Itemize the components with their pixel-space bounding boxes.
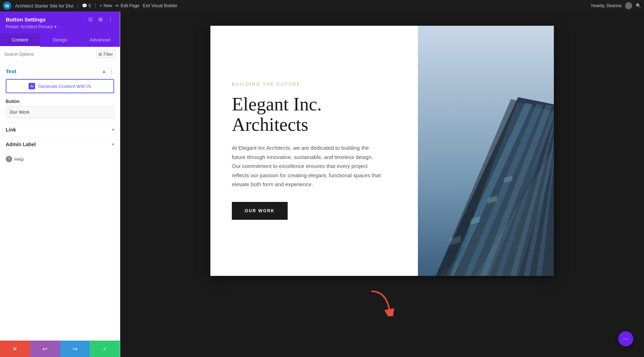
chevron-down-icon: ▾ bbox=[54, 24, 57, 29]
redo-icon: ↪ bbox=[73, 346, 77, 352]
panel-tabs: Content Design Advanced bbox=[0, 34, 120, 47]
collapse-icon[interactable]: ▲ bbox=[102, 69, 106, 74]
admin-bar-left: W Architect Starter Site for Divi | 💬 0 … bbox=[3, 1, 177, 10]
admin-label-section: Admin Label ▾ bbox=[0, 137, 120, 152]
page-main-title: Elegant Inc. Architects bbox=[232, 94, 400, 135]
fullscreen-icon[interactable]: ⊡ bbox=[87, 16, 94, 23]
button-field-input[interactable] bbox=[6, 106, 114, 118]
building-image bbox=[418, 26, 554, 276]
save-button[interactable]: ✓ bbox=[90, 341, 120, 357]
wordpress-logo-icon[interactable]: W bbox=[3, 1, 11, 10]
undo-button[interactable]: ↩ bbox=[30, 341, 60, 357]
panel-title: Button Settings bbox=[6, 16, 46, 23]
cta-button[interactable]: OUR WORK bbox=[232, 202, 288, 220]
ai-icon: AI bbox=[29, 83, 35, 89]
filter-icon: ⊞ bbox=[98, 52, 102, 57]
comment-button[interactable]: 💬 0 bbox=[82, 3, 91, 8]
admin-bar: W Architect Starter Site for Divi | 💬 0 … bbox=[0, 0, 644, 11]
page-description: At Elegant Inc Architects, we are dedica… bbox=[232, 143, 382, 189]
page-canvas: BUILDING THE FUTURE Elegant Inc. Archite… bbox=[210, 26, 554, 276]
close-button[interactable]: ✕ bbox=[0, 341, 30, 357]
help-section: ? Help bbox=[0, 152, 120, 167]
link-section-header[interactable]: Link ▾ bbox=[6, 127, 114, 133]
button-field-label: Button bbox=[6, 99, 114, 104]
link-section: Link ▾ bbox=[0, 122, 120, 137]
section-menu-icon[interactable]: ⋮ bbox=[108, 68, 114, 75]
columns-icon[interactable]: ⊞ bbox=[97, 16, 104, 23]
floating-menu-button[interactable]: ··· bbox=[618, 331, 633, 346]
preset-label: Preset: Architect Primary bbox=[6, 24, 53, 29]
left-panel: Button Settings ⊡ ⊞ ⋮ Preset: Architect … bbox=[0, 11, 120, 357]
generate-ai-button[interactable]: AI Generate Content With AI bbox=[6, 79, 114, 93]
generate-ai-label: Generate Content With AI bbox=[38, 84, 91, 89]
preset-selector[interactable]: Preset: Architect Primary ▾ bbox=[6, 24, 114, 29]
avatar bbox=[625, 2, 632, 9]
tab-design[interactable]: Design bbox=[40, 34, 80, 47]
redo-button[interactable]: ↪ bbox=[60, 341, 90, 357]
more-options-icon[interactable]: ⋮ bbox=[107, 16, 114, 23]
panel-content: Text ▲ ⋮ AI Generate Content With AI But… bbox=[0, 62, 120, 341]
tab-advanced[interactable]: Advanced bbox=[80, 34, 120, 47]
dots-icon: ··· bbox=[623, 335, 628, 343]
new-button[interactable]: + New bbox=[99, 3, 112, 8]
pencil-icon: ✏ bbox=[116, 3, 119, 8]
bottom-toolbar: ✕ ↩ ↪ ✓ bbox=[0, 341, 120, 357]
undo-icon: ↩ bbox=[43, 346, 47, 352]
edit-page-button[interactable]: ✏ Edit Page bbox=[116, 3, 139, 8]
button-field-group: Button bbox=[0, 98, 120, 122]
search-input[interactable] bbox=[4, 52, 93, 57]
arrow-indicator bbox=[368, 288, 396, 321]
filter-button[interactable]: ⊞ Filter bbox=[96, 50, 116, 58]
help-label[interactable]: Help bbox=[14, 157, 24, 162]
chevron-down-icon: ▾ bbox=[112, 142, 114, 147]
chevron-down-icon: ▾ bbox=[112, 127, 114, 132]
filter-label: Filter bbox=[103, 52, 113, 57]
close-icon: ✕ bbox=[13, 346, 17, 352]
tab-content[interactable]: Content bbox=[0, 34, 40, 47]
exit-visual-builder-button[interactable]: Exit Visual Builder bbox=[143, 3, 177, 8]
plus-icon: + bbox=[99, 3, 102, 8]
save-icon: ✓ bbox=[103, 346, 107, 352]
admin-label-title: Admin Label bbox=[6, 142, 36, 147]
section-title: Text bbox=[6, 68, 16, 74]
search-bar: ⊞ Filter bbox=[0, 47, 120, 62]
admin-bar-right: Howdy, Deanna 🔍 bbox=[591, 2, 641, 9]
comment-icon: 💬 bbox=[82, 3, 87, 8]
site-name: Architect Starter Site for Divi bbox=[15, 3, 73, 9]
page-content-right bbox=[418, 26, 554, 276]
page-content-left: BUILDING THE FUTURE Elegant Inc. Archite… bbox=[210, 26, 418, 276]
text-section-header: Text ▲ ⋮ bbox=[0, 65, 120, 78]
search-icon[interactable]: 🔍 bbox=[636, 3, 641, 8]
page-subtitle: BUILDING THE FUTURE bbox=[232, 82, 400, 87]
admin-label-section-header[interactable]: Admin Label ▾ bbox=[6, 142, 114, 147]
user-label: Howdy, Deanna bbox=[591, 3, 622, 8]
main-layout: Button Settings ⊡ ⊞ ⋮ Preset: Architect … bbox=[0, 11, 644, 357]
canvas-area: BUILDING THE FUTURE Elegant Inc. Archite… bbox=[120, 11, 644, 357]
help-icon: ? bbox=[6, 156, 12, 162]
panel-header: Button Settings ⊡ ⊞ ⋮ Preset: Architect … bbox=[0, 11, 120, 34]
link-section-title: Link bbox=[6, 127, 16, 133]
